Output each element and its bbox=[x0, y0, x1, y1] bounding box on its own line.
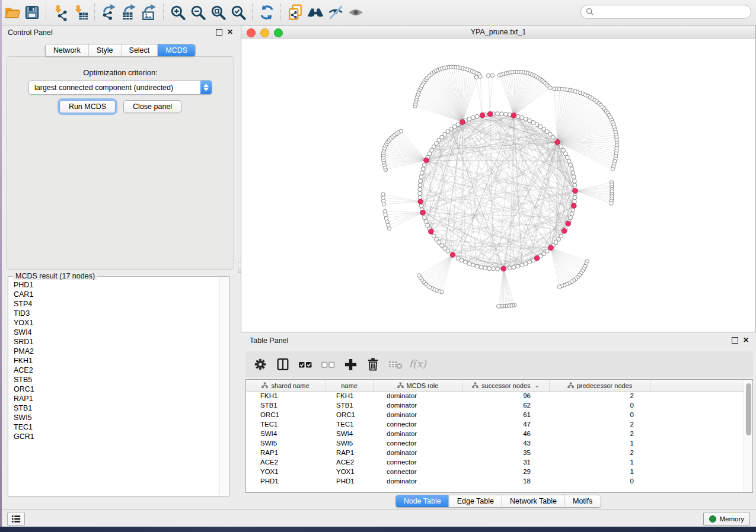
column-header-successor-nodes[interactable]: successor nodes ⌄ bbox=[462, 380, 550, 391]
table-row[interactable]: YOX1YOX1connector291 bbox=[246, 467, 744, 476]
control-panel-tabs: Network Style Select MCDS bbox=[45, 44, 196, 57]
table-panel-title: Table Panel bbox=[250, 336, 288, 345]
mcds-result-item[interactable]: TID3 bbox=[14, 309, 220, 318]
network-window: YPA_prune.txt_1 bbox=[241, 25, 756, 332]
close-panel-button[interactable]: Close panel bbox=[123, 100, 181, 113]
mcds-result-item[interactable]: TEC1 bbox=[14, 422, 220, 432]
control-panel-float-icon[interactable] bbox=[216, 29, 222, 36]
network-view[interactable] bbox=[241, 39, 755, 332]
mcds-result-item[interactable]: PHD1 bbox=[14, 280, 220, 290]
mcds-result-item[interactable]: GCR1 bbox=[14, 432, 220, 441]
zoom-out-icon[interactable] bbox=[188, 3, 208, 22]
select-all-icon[interactable] bbox=[295, 354, 315, 374]
import-table-icon[interactable] bbox=[71, 3, 91, 22]
open-session-icon[interactable] bbox=[2, 3, 22, 22]
export-image-icon[interactable] bbox=[139, 3, 160, 22]
deselect-all-icon[interactable] bbox=[318, 354, 338, 374]
refresh-icon[interactable] bbox=[257, 3, 277, 22]
mcds-result-item[interactable]: ORC1 bbox=[14, 384, 220, 394]
criterion-select[interactable]: largest connected component (undirected) bbox=[28, 80, 212, 95]
tab-select[interactable]: Select bbox=[121, 44, 158, 56]
cytoscape-window: Control Panel ✕ Network Style Select MCD… bbox=[2, 0, 756, 527]
table-row[interactable]: ACE2ACE2connector311 bbox=[246, 457, 744, 467]
table-scrollbar-thumb[interactable] bbox=[746, 383, 751, 435]
run-mcds-button[interactable]: Run MCDS bbox=[59, 100, 116, 113]
mcds-panel: Optimization criterion: largest connecte… bbox=[7, 56, 234, 270]
toolbar-separator bbox=[252, 4, 253, 21]
tab-network[interactable]: Network bbox=[46, 44, 88, 56]
search-network-icon[interactable] bbox=[305, 3, 326, 22]
sort-chevron-icon[interactable]: ⌄ bbox=[535, 382, 540, 389]
tab-motifs[interactable]: Motifs bbox=[564, 495, 600, 507]
export-network-icon[interactable] bbox=[99, 3, 119, 22]
table-row[interactable]: FKH1FKH1dominator962 bbox=[246, 391, 744, 400]
mcds-result-item[interactable]: YOX1 bbox=[14, 318, 220, 328]
mcds-result-box: MCDS result (17 nodes) PHD1CAR1STP4TID3Y… bbox=[8, 276, 229, 496]
clone-network-icon[interactable] bbox=[285, 3, 305, 22]
tab-node-table[interactable]: Node Table bbox=[396, 495, 449, 507]
mcds-list-scrollbar[interactable] bbox=[219, 277, 228, 495]
column-header-predecessor-nodes[interactable]: predecessor nodes bbox=[550, 380, 650, 391]
save-session-icon[interactable] bbox=[22, 3, 42, 22]
mcds-result-item[interactable]: SWI5 bbox=[14, 413, 220, 422]
mcds-result-item[interactable]: SWI4 bbox=[14, 328, 220, 337]
network-title: YPA_prune.txt_1 bbox=[241, 28, 755, 36]
table-panel-float-icon[interactable] bbox=[732, 337, 738, 344]
tab-edge-table[interactable]: Edge Table bbox=[449, 495, 502, 507]
delete-column-trash-icon[interactable] bbox=[363, 354, 383, 374]
hide-panel-icon[interactable] bbox=[326, 3, 346, 22]
mcds-result-item[interactable]: STB1 bbox=[14, 403, 220, 413]
node-table: shared name name MCDS role successor nod… bbox=[245, 379, 753, 493]
tab-style[interactable]: Style bbox=[88, 44, 121, 56]
network-titlebar[interactable]: YPA_prune.txt_1 bbox=[241, 25, 755, 40]
table-row[interactable]: TEC1TEC1connector472 bbox=[246, 419, 744, 429]
task-history-button[interactable] bbox=[7, 512, 25, 526]
tab-network-table[interactable]: Network Table bbox=[502, 495, 564, 507]
mcds-result-list[interactable]: PHD1CAR1STP4TID3YOX1SWI4SRD1PMA2FKH1ACE2… bbox=[9, 277, 220, 495]
table-scrollbar[interactable] bbox=[744, 380, 752, 492]
table-row[interactable]: RAP1RAP1dominator352 bbox=[246, 448, 744, 457]
zoom-selected-icon[interactable] bbox=[228, 3, 248, 22]
zoom-fit-icon[interactable] bbox=[208, 3, 228, 22]
table-row[interactable]: SWI5SWI5connector431 bbox=[246, 438, 744, 448]
memory-button[interactable]: Memory bbox=[703, 512, 750, 526]
table-panel-tabs: Node Table Edge Table Network Table Moti… bbox=[395, 495, 601, 508]
table-row[interactable]: STB1STB1dominator620 bbox=[246, 400, 744, 410]
mcds-result-item[interactable]: STB5 bbox=[14, 375, 220, 384]
import-network-icon[interactable] bbox=[50, 3, 71, 22]
network-canvas[interactable] bbox=[241, 39, 755, 332]
column-header-mcds-role[interactable]: MCDS role bbox=[374, 380, 462, 391]
function-builder-icon-disabled: f(x) bbox=[408, 354, 428, 374]
column-header-name[interactable]: name bbox=[326, 380, 374, 391]
preview-eye-icon[interactable] bbox=[346, 3, 366, 22]
control-panel-title: Control Panel bbox=[8, 28, 53, 37]
add-column-icon[interactable] bbox=[340, 354, 361, 374]
search-input[interactable] bbox=[597, 7, 751, 17]
mcds-result-item[interactable]: PMA2 bbox=[14, 347, 220, 356]
show-columns-icon[interactable] bbox=[273, 354, 293, 374]
table-panel-titlebar: Table Panel ✕ bbox=[241, 334, 756, 348]
mcds-result-item[interactable]: CAR1 bbox=[14, 290, 220, 299]
mcds-result-item[interactable]: SRD1 bbox=[14, 337, 220, 347]
toolbar-separator bbox=[46, 4, 47, 21]
table-settings-gear-icon[interactable] bbox=[250, 354, 270, 374]
list-icon bbox=[11, 514, 21, 524]
toolbar-separator bbox=[94, 4, 95, 21]
mcds-result-item[interactable]: ACE2 bbox=[14, 366, 220, 375]
table-panel-close-icon[interactable]: ✕ bbox=[743, 336, 749, 344]
control-panel-close-icon[interactable]: ✕ bbox=[227, 28, 233, 36]
table-row[interactable]: ORC1ORC1dominator610 bbox=[246, 410, 744, 419]
table-row[interactable]: SWI4SWI4dominator462 bbox=[246, 429, 744, 438]
zoom-in-icon[interactable] bbox=[168, 3, 188, 22]
export-table-icon[interactable] bbox=[119, 3, 139, 22]
tab-mcds[interactable]: MCDS bbox=[157, 44, 195, 56]
mcds-result-item[interactable]: STP4 bbox=[14, 299, 220, 309]
mcds-result-item[interactable]: FKH1 bbox=[14, 356, 220, 366]
toolbar-separator bbox=[280, 4, 282, 21]
mcds-result-item[interactable]: RAP1 bbox=[14, 394, 220, 403]
svg-text:f(x): f(x) bbox=[409, 358, 428, 370]
search-box[interactable] bbox=[580, 5, 751, 19]
column-type-icon bbox=[472, 382, 479, 389]
table-row[interactable]: PHD1PHD1dominator180 bbox=[246, 476, 744, 486]
column-header-shared-name[interactable]: shared name bbox=[246, 380, 326, 391]
